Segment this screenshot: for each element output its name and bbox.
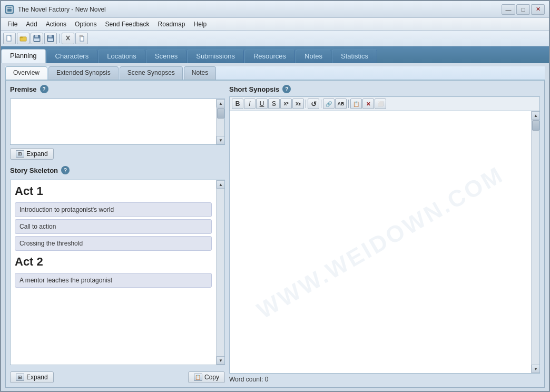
- toolbar-sep-1: [59, 34, 60, 43]
- editor-scroll-down[interactable]: ▼: [532, 365, 540, 373]
- format-link[interactable]: 🔗: [323, 99, 335, 109]
- tab-locations[interactable]: Locations: [98, 50, 145, 63]
- skeleton-box: Act 1 Introduction to protagonist's worl…: [10, 180, 225, 365]
- editor-area: WWW.WEIDOWN.COM ▲ ▼: [229, 111, 540, 374]
- tab-characters[interactable]: Characters: [46, 50, 98, 63]
- skeleton-expand-label: Expand: [26, 374, 48, 381]
- toolbar-save[interactable]: [31, 33, 43, 44]
- premise-help-icon[interactable]: ?: [40, 85, 48, 93]
- format-spellcheck[interactable]: AB: [335, 99, 347, 109]
- word-count-value: 0: [265, 376, 269, 383]
- title-bar-controls: — □ ✕: [502, 4, 545, 15]
- editor-scrollbar: ▲ ▼: [531, 111, 539, 373]
- editor-sep-1: [306, 100, 306, 108]
- skeleton-item-mentor[interactable]: A mentor teaches the protagonist: [15, 273, 212, 288]
- subtab-notes[interactable]: Notes: [184, 66, 216, 80]
- skeleton-content: Act 1 Introduction to protagonist's worl…: [11, 180, 216, 365]
- tab-scenes[interactable]: Scenes: [146, 50, 186, 63]
- tab-planning[interactable]: Planning: [1, 49, 46, 63]
- scroll-thumb[interactable]: [217, 108, 224, 119]
- main-tabs: Planning Characters Locations Scenes Sub…: [1, 46, 549, 63]
- copy-button[interactable]: 📋 Copy: [188, 371, 225, 383]
- tab-statistics[interactable]: Statistics: [332, 50, 377, 63]
- skeleton-scroll-down[interactable]: ▼: [217, 356, 225, 365]
- toolbar-paste[interactable]: [75, 33, 88, 44]
- window-title: The Novel Factory - New Novel: [18, 6, 106, 13]
- skeleton-item-intro[interactable]: Introduction to protagonist's world: [15, 202, 212, 217]
- premise-box: ▲ ▼: [10, 99, 225, 145]
- svg-rect-14: [80, 36, 84, 41]
- menu-roadmap[interactable]: Roadmap: [153, 19, 189, 29]
- format-underline[interactable]: U: [256, 99, 268, 109]
- skeleton-help-icon[interactable]: ?: [61, 166, 70, 174]
- format-strikethrough[interactable]: S: [268, 99, 280, 109]
- format-paste[interactable]: ⬜: [375, 99, 386, 109]
- skeleton-scroll-up[interactable]: ▲: [217, 180, 225, 189]
- menu-feedback[interactable]: Send Feedback: [101, 19, 153, 29]
- menu-help[interactable]: Help: [190, 19, 211, 29]
- expand-icon: ⊞: [16, 150, 24, 158]
- menu-add[interactable]: Add: [22, 19, 41, 29]
- subtab-overview[interactable]: Overview: [5, 66, 47, 80]
- toolbar-cut[interactable]: [62, 33, 74, 44]
- copy-icon: 📋: [194, 374, 202, 381]
- main-body: Planning Characters Locations Scenes Sub…: [1, 46, 549, 391]
- tab-notes[interactable]: Notes: [296, 50, 331, 63]
- format-superscript[interactable]: X²: [280, 99, 292, 109]
- toolbar-open[interactable]: [17, 33, 30, 44]
- format-bold[interactable]: B: [232, 99, 243, 109]
- editor-scroll-up[interactable]: ▲: [532, 111, 540, 120]
- format-subscript[interactable]: X₂: [292, 99, 304, 109]
- format-italic[interactable]: I: [244, 99, 256, 109]
- skeleton-expand-icon: ⊞: [16, 374, 24, 381]
- synopsis-help-icon[interactable]: ?: [282, 85, 291, 93]
- toolbar-saveas[interactable]: [44, 33, 57, 44]
- svg-rect-10: [48, 35, 52, 37]
- word-count: Word count: 0: [229, 376, 540, 383]
- format-cut[interactable]: ✕: [362, 99, 374, 109]
- editor-scroll-thumb[interactable]: [532, 120, 539, 131]
- svg-rect-7: [35, 35, 38, 37]
- tab-submissions[interactable]: Submissions: [187, 50, 244, 63]
- copy-label: Copy: [204, 374, 219, 381]
- scroll-up-arrow[interactable]: ▲: [217, 99, 225, 107]
- menu-options[interactable]: Options: [71, 19, 101, 29]
- title-bar: The Novel Factory - New Novel — □ ✕: [1, 1, 549, 18]
- word-count-label: Word count:: [229, 376, 263, 383]
- act-1-title: Act 1: [15, 184, 212, 198]
- editor-scroll-track: [532, 120, 539, 365]
- subtab-scene-synopses[interactable]: Scene Synopses: [120, 66, 183, 80]
- title-bar-left: The Novel Factory - New Novel: [5, 5, 106, 14]
- app-icon: [5, 5, 14, 14]
- menu-file[interactable]: File: [3, 19, 22, 29]
- format-copy[interactable]: 📋: [350, 99, 362, 109]
- subtab-extended-synopsis[interactable]: Extended Synopsis: [48, 66, 119, 80]
- format-undo[interactable]: ↺: [308, 99, 319, 109]
- skeleton-label: Story Skeleton: [10, 166, 58, 174]
- svg-rect-0: [7, 7, 12, 12]
- close-button[interactable]: ✕: [531, 4, 545, 15]
- bottom-buttons: ⊞ Expand 📋 Copy: [10, 371, 225, 383]
- tab-content: Overview Extended Synopsis Scene Synopse…: [1, 63, 549, 391]
- skeleton-expand-button[interactable]: ⊞ Expand: [10, 371, 54, 383]
- editor-sep-2: [321, 100, 321, 108]
- toolbar-new[interactable]: [3, 33, 16, 44]
- svg-rect-15: [80, 35, 83, 37]
- scroll-down-arrow[interactable]: ▼: [217, 136, 225, 144]
- svg-rect-5: [20, 37, 23, 38]
- menu-actions[interactable]: Actions: [42, 19, 71, 29]
- tab-resources[interactable]: Resources: [244, 50, 295, 63]
- sub-tabs: Overview Extended Synopsis Scene Synopse…: [5, 66, 545, 81]
- scroll-track: [217, 107, 224, 136]
- premise-label: Premise: [10, 85, 37, 93]
- skeleton-item-threshold[interactable]: Crossing the threshold: [15, 236, 212, 251]
- synopsis-label: Short Synopsis: [229, 85, 279, 93]
- editor-toolbar: B I U S X² X₂ ↺ 🔗 AB 📋 ✕ ⬜: [229, 96, 540, 111]
- editor-content[interactable]: WWW.WEIDOWN.COM: [230, 111, 531, 373]
- premise-textarea[interactable]: [11, 99, 216, 144]
- premise-expand-button[interactable]: ⊞ Expand: [10, 148, 54, 160]
- minimize-button[interactable]: —: [502, 4, 515, 15]
- skeleton-item-call[interactable]: Call to action: [15, 219, 212, 234]
- maximize-button[interactable]: □: [516, 4, 530, 15]
- left-panel: Premise ? ▲ ▼: [10, 85, 225, 383]
